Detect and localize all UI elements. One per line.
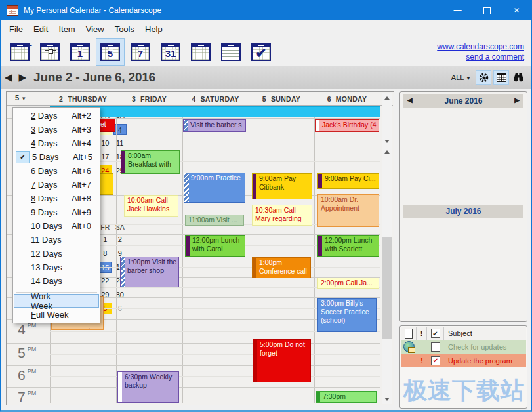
task-checkbox[interactable]	[431, 342, 440, 352]
calendar-event[interactable]: 10:30am Call Mary regarding	[252, 205, 312, 226]
day-column-header[interactable]: 6 MONDAY	[314, 93, 380, 104]
scrollbar-thumb[interactable]	[382, 237, 392, 339]
day-column-header[interactable]: 3 FRIDAY	[116, 93, 182, 104]
day-view-button[interactable]: 1	[66, 38, 94, 66]
calendar-event[interactable]: 1:00pm Visit the barber shop	[120, 257, 179, 287]
completed-column-header[interactable]	[427, 327, 444, 340]
tasks-button[interactable]: ✔	[247, 38, 276, 66]
dropdown-menu-item[interactable]: ✔ 5 Days Alt+5	[14, 150, 99, 164]
minimize-button[interactable]: —	[443, 1, 472, 20]
week-view-button[interactable]: 7	[126, 38, 155, 66]
calendar-event[interactable]: 12:00pm Lunch with Carol	[185, 235, 245, 257]
next-month-button[interactable]: ▶	[514, 96, 520, 104]
calendar-event[interactable]: 3:00pm Billy's Soccer Practice (school)	[317, 298, 377, 332]
list-view-button[interactable]	[216, 38, 245, 66]
calendar-day-cell[interactable]: 2	[113, 234, 127, 245]
calendar-event[interactable]: 9:00am Pay Citibank	[252, 173, 312, 199]
priority-column-header[interactable]: !	[417, 327, 427, 340]
dropdown-menu-item[interactable]: 4 Days Alt+4	[14, 136, 99, 150]
calendar-event[interactable]: 9:00am Practice	[184, 173, 245, 203]
calendar-event[interactable]: Jack's Birthday (4	[315, 119, 379, 132]
calendar-event[interactable]: 7:30pm	[316, 391, 377, 403]
subject-column-header[interactable]: Subject	[444, 329, 526, 337]
dropdown-menu-item[interactable]: 10 Days Alt+0	[14, 219, 99, 233]
dropdown-menu-item[interactable]: 3 Days Alt+3	[14, 123, 99, 136]
dropdown-menu-item[interactable]: 7 Days Alt+7	[14, 178, 99, 192]
calendar-day-cell[interactable]: 11	[113, 138, 127, 149]
dropdown-menu-item[interactable]: 6 Days Alt+6	[14, 164, 99, 178]
dropdown-menu-item[interactable]: 8 Days Alt+8	[14, 192, 99, 205]
calendar-day-cell[interactable]: 10	[98, 138, 112, 149]
menu-item[interactable]: File	[4, 22, 28, 37]
time-label: 5PM	[18, 345, 48, 361]
calendar-event[interactable]: 11:00am Visit ...	[185, 215, 244, 226]
year-view-icon	[191, 43, 211, 61]
calendar-event[interactable]: 9:00am Pay Ci...	[317, 173, 379, 189]
event-category-bar	[184, 173, 189, 202]
type-column-header[interactable]	[401, 327, 417, 340]
calendar-event[interactable]: 10:00am Dr. Appointment	[317, 194, 379, 227]
calendar-day-cell[interactable]: 1	[98, 234, 112, 245]
task-row[interactable]: ! Update the program	[401, 354, 526, 367]
close-button[interactable]: ✕	[502, 1, 531, 20]
calendar-day-cell[interactable]: 8	[98, 248, 112, 259]
dropdown-menu-item[interactable]: 11 Days	[14, 233, 99, 247]
task-subject: Check for updates	[444, 343, 526, 351]
dropdown-menu-item[interactable]: Full Week	[14, 308, 99, 321]
menu-item[interactable]: View	[81, 22, 110, 37]
calendar-day-cell[interactable]: 30	[113, 289, 127, 300]
column-divider	[314, 106, 315, 403]
dropdown-menu-item[interactable]: 13 Days	[14, 260, 99, 274]
calendar-event[interactable]: 12:00pm Lunch with Scarlett	[317, 235, 379, 257]
maximize-button[interactable]	[472, 1, 502, 20]
dropdown-menu-item[interactable]: 2 Days Alt+2	[14, 109, 99, 123]
chevron-down-icon: ▼	[21, 96, 26, 102]
menu-item[interactable]: Tools	[110, 22, 140, 37]
day-column-header[interactable]: 5 SUNDAY	[249, 93, 314, 104]
calendar-event[interactable]: 8:00am Breakfast with	[121, 150, 180, 174]
event-text: 10:30am Call Mary regarding	[255, 206, 302, 222]
new-event-button[interactable]: +	[5, 38, 34, 66]
day-column-header[interactable]: 4 SATURDAY	[182, 93, 249, 104]
binoculars-icon	[513, 73, 524, 82]
dropdown-menu-item[interactable]: 12 Days	[14, 247, 99, 260]
calendar-event[interactable]: 5:00pm Do not forget	[253, 339, 311, 382]
task-checkbox[interactable]	[431, 356, 440, 365]
previous-month-button[interactable]: ◀	[407, 96, 413, 104]
allday-scroll-up-button[interactable]	[382, 93, 392, 102]
five-day-view-button[interactable]: 5	[96, 38, 125, 66]
find-button[interactable]	[511, 71, 525, 84]
days-count-selector[interactable]: 5 ▼	[15, 94, 37, 104]
checkmark-icon	[16, 179, 28, 190]
half-hour-line	[50, 354, 380, 355]
scroll-down-button[interactable]	[382, 394, 392, 403]
color-label-button[interactable]	[476, 70, 491, 85]
shortcut-label: Alt+0	[72, 221, 95, 231]
goto-date-button[interactable]	[35, 38, 64, 66]
external-link[interactable]: www.calendarscope.com	[437, 42, 524, 51]
dropdown-menu-item[interactable]: 14 Days	[14, 274, 99, 288]
day-column-header[interactable]: 2 THURSDAY	[50, 93, 116, 104]
calendar-event[interactable]: 2:00pm Call Ja...	[317, 278, 379, 289]
menu-item[interactable]: Edit	[28, 22, 53, 37]
menu-item[interactable]: Help	[140, 22, 168, 37]
previous-period-button[interactable]: ◀	[1, 72, 16, 83]
calendar-event[interactable]: 6:30pm Weekly backup	[117, 371, 179, 403]
next-period-button[interactable]: ▶	[16, 72, 30, 83]
task-checkbox-cell	[427, 354, 444, 367]
calendar-event[interactable]: 10:00am Call Jack Hawkins	[124, 195, 178, 217]
menu-item[interactable]: Item	[53, 22, 80, 37]
task-row[interactable]: Check for updates	[401, 340, 526, 354]
mini-calendar-button[interactable]	[493, 70, 509, 85]
calendar-event[interactable]: Visit the barber s	[183, 119, 246, 132]
filter-dropdown[interactable]: ALL ▼	[451, 73, 471, 81]
allday-scroll-down-button[interactable]	[382, 136, 392, 146]
dropdown-menu-item[interactable]: Work Week	[14, 294, 99, 308]
external-link[interactable]: send a comment	[437, 52, 524, 62]
year-view-button[interactable]	[186, 38, 215, 66]
scroll-up-button[interactable]	[382, 147, 392, 156]
month-view-button[interactable]: 31	[156, 38, 185, 66]
dropdown-menu-item[interactable]: 9 Days Alt+9	[14, 205, 99, 219]
calendar-event[interactable]: 1:00pm Conference call	[252, 257, 311, 278]
event-text: nt	[85, 327, 91, 330]
